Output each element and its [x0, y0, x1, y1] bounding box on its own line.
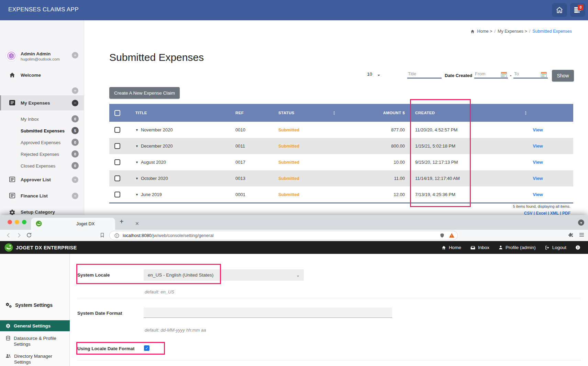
col-header-status[interactable]: STATUS	[271, 111, 328, 115]
view-link[interactable]: View	[533, 127, 543, 132]
sidebar-item-welcome[interactable]: Welcome	[21, 73, 41, 78]
gears-icon	[5, 302, 12, 308]
create-expense-claim-button[interactable]: Create A New Expense Claim	[109, 87, 180, 99]
sidebar-item-system-settings[interactable]: System Settings	[0, 302, 70, 308]
view-link[interactable]: View	[533, 160, 543, 165]
sort-icon[interactable]: ▲▼	[524, 111, 527, 115]
minimize-window-button[interactable]	[15, 220, 19, 224]
joget-settings-content: System Locale en_US - English (United St…	[70, 254, 588, 366]
view-link[interactable]: View	[533, 176, 543, 181]
url-bar[interactable]: localhost:8080/jw/web/console/setting/ge…	[109, 231, 458, 240]
sort-icon[interactable]: ▲▼	[333, 111, 335, 115]
chevron-down-icon: ⌄	[296, 273, 300, 278]
app-inbox-button[interactable]: 0	[570, 3, 585, 17]
breadcrumb-current[interactable]: Submitted Expenses	[532, 29, 572, 34]
back-icon[interactable]	[5, 232, 12, 238]
close-icon[interactable]: ✕	[135, 221, 139, 226]
section-expand-button[interactable]: +	[72, 87, 78, 94]
profile-expand-button[interactable]: +	[72, 52, 78, 58]
avatar[interactable]	[5, 50, 17, 62]
sidebar-item-finance-list[interactable]: Finance List	[21, 193, 48, 198]
expand-button[interactable]: +	[72, 176, 78, 183]
col-header-amount[interactable]: AMOUNT $	[340, 111, 408, 115]
view-link[interactable]: View	[533, 192, 543, 197]
joget-nav-logout[interactable]: Logout	[545, 245, 566, 250]
table-header-row: TITLE REF STATUS ▲▼ AMOUNT $ CREATED ▲▼	[109, 104, 573, 122]
caret-down-icon[interactable]: ▼	[135, 161, 138, 164]
sidebar-item-rejected-expenses[interactable]: Rejected Expenses	[21, 152, 59, 157]
col-header-title[interactable]: TITLE	[125, 111, 227, 115]
calendar-icon[interactable]	[541, 72, 547, 77]
people-icon	[5, 353, 11, 358]
collapse-button[interactable]: −	[72, 100, 78, 106]
expense-title[interactable]: August 2020	[141, 160, 166, 165]
bookmark-icon[interactable]	[100, 232, 105, 238]
row-checkbox[interactable]	[114, 175, 120, 181]
sidebar-item-setup-category[interactable]: Setup Category	[21, 209, 55, 215]
sidebar-item-datasource-profile-settings[interactable]: Datasource & Profile Settings	[0, 335, 70, 347]
new-tab-button[interactable]: +	[120, 218, 124, 226]
divider	[77, 360, 581, 360]
row-checkbox[interactable]	[114, 192, 120, 197]
title-filter-input[interactable]	[407, 70, 442, 78]
show-button[interactable]: Show	[552, 70, 574, 82]
tab-overflow-button[interactable]: ▾	[578, 219, 584, 226]
sidebar-item-closed-expenses[interactable]: Closed Expenses	[21, 163, 55, 169]
close-window-button[interactable]	[8, 220, 12, 224]
maximize-window-button[interactable]	[22, 220, 26, 224]
home-icon	[556, 6, 563, 14]
warning-triangle-icon[interactable]	[449, 233, 455, 238]
system-locale-select[interactable]: en_US - English (United States) ⌄	[144, 269, 304, 281]
extensions-puzzle-icon[interactable]	[568, 232, 574, 238]
app-home-button[interactable]	[552, 3, 567, 17]
menu-icon[interactable]	[579, 232, 585, 237]
sidebar-item-my-inbox[interactable]: My Inbox	[21, 117, 39, 122]
status-badge: Submitted	[278, 160, 299, 165]
expense-ref: 0010	[227, 127, 271, 132]
sidebar-item-general-settings[interactable]: General Settings	[0, 320, 70, 331]
expense-title[interactable]: November 2020	[141, 127, 173, 132]
row-checkbox[interactable]	[114, 159, 120, 165]
browser-toolbar: localhost:8080/jw/web/console/setting/ge…	[0, 230, 588, 241]
expense-title[interactable]: June 2019	[141, 192, 162, 197]
sidebar-item-directory-manager-settings[interactable]: Directory Manager Settings	[0, 353, 70, 365]
sidebar-item-my-expenses[interactable]: My Expenses	[21, 100, 50, 106]
col-header-ref[interactable]: REF	[227, 111, 271, 115]
breadcrumb-my-expenses[interactable]: My Expenses >	[498, 29, 527, 34]
status-badge: Submitted	[278, 128, 299, 132]
caret-down-icon[interactable]: ▼	[135, 128, 138, 132]
joget-nav-inbox[interactable]: Inbox	[470, 245, 489, 250]
joget-nav-profile[interactable]: Profile (admin)	[498, 245, 536, 250]
using-locale-date-format-checkbox[interactable]: ✓	[144, 345, 149, 351]
browser-tab[interactable]: Joget DX ✕	[31, 218, 115, 230]
view-link[interactable]: View	[533, 143, 543, 149]
expense-title[interactable]: October 2020	[141, 176, 168, 181]
sidebar-item-approver-list[interactable]: Approver List	[21, 177, 51, 182]
expense-title[interactable]: December 2020	[141, 143, 173, 149]
expand-button[interactable]: +	[72, 193, 78, 199]
page-size-select[interactable]: 10 ⌄	[367, 72, 380, 77]
caret-down-icon[interactable]: ▼	[135, 144, 138, 148]
table-row: ▼August 2020 0017 Submitted 10.00 9/15/2…	[109, 154, 573, 170]
breadcrumb-separator: /	[495, 29, 496, 34]
select-all-checkbox[interactable]	[114, 110, 120, 116]
joget-favicon	[36, 220, 42, 227]
sidebar-item-approved-expenses[interactable]: Approved Expenses	[21, 140, 60, 145]
caret-down-icon[interactable]: ▼	[135, 193, 138, 196]
user-icon	[498, 245, 503, 250]
caret-down-icon[interactable]: ▼	[135, 177, 138, 180]
joget-nav-info[interactable]	[575, 245, 580, 250]
forward-icon[interactable]	[16, 232, 22, 238]
sidebar-item-submitted-expenses[interactable]: Submitted Expenses	[21, 128, 65, 133]
col-header-created[interactable]: CREATED	[408, 111, 478, 115]
row-checkbox[interactable]	[114, 143, 120, 149]
avatar-flower-icon	[7, 51, 16, 60]
shield-icon[interactable]	[440, 233, 445, 238]
site-info-icon[interactable]	[114, 233, 119, 238]
breadcrumb-home[interactable]: Home >	[477, 29, 492, 34]
row-checkbox[interactable]	[114, 127, 120, 133]
reload-icon[interactable]	[26, 232, 32, 238]
calendar-icon[interactable]	[501, 72, 507, 77]
joget-nav-home[interactable]: Home	[441, 245, 461, 250]
system-date-format-input[interactable]	[144, 308, 392, 318]
